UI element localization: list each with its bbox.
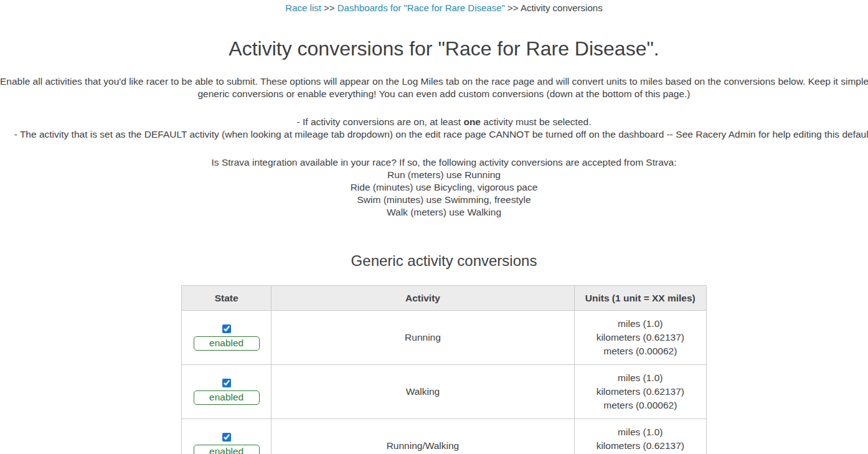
activity-cell: Running: [271, 311, 574, 365]
strava-info: Is Strava integration available in your …: [0, 156, 868, 219]
intro-paragraph: Enable all activities that you'd like ra…: [0, 75, 868, 100]
table-header-row: State Activity Units (1 unit = XX miles): [182, 286, 707, 311]
note-1: - If activity conversions are on, at lea…: [0, 116, 868, 128]
unit-line: kilometers (0.62137): [575, 439, 705, 453]
breadcrumb-link-dashboards[interactable]: Dashboards for "Race for Rare Disease": [337, 2, 505, 13]
table-row-walking: enabled Walking miles (1.0) kilometers (…: [182, 365, 707, 419]
unit-line: meters (0.00062): [575, 344, 705, 358]
strava-line: Run (meters) use Running: [0, 169, 868, 181]
unit-line: kilometers (0.62137): [575, 385, 705, 399]
intro-line-2: generic conversions or enable everything…: [0, 88, 868, 100]
running-enabled-checkbox[interactable]: [222, 324, 231, 333]
walking-enabled-button[interactable]: enabled: [194, 390, 260, 405]
running-walking-enabled-button[interactable]: enabled: [194, 445, 260, 454]
walking-enabled-checkbox[interactable]: [222, 379, 231, 387]
section-heading-generic-conversions: Generic activity conversions: [0, 252, 868, 270]
state-cell: enabled: [182, 311, 271, 365]
units-cell: miles (1.0) kilometers (0.62137) meters …: [574, 365, 706, 419]
page-title: Activity conversions for "Race for Rare …: [0, 37, 868, 60]
note-1-bold: one: [463, 116, 481, 127]
activity-cell: Walking: [271, 365, 574, 419]
units-cell: miles (1.0) kilometers (0.62137) meters …: [574, 311, 706, 365]
strava-line: Swim (minutes) use Swimming, freestyle: [0, 194, 868, 206]
strava-line: Is Strava integration available in your …: [0, 156, 868, 169]
unit-line: kilometers (0.62137): [575, 331, 705, 344]
note-2: - The activity that is set as the DEFAUL…: [0, 128, 868, 141]
activity-cell: Running/Walking: [271, 419, 574, 454]
breadcrumb-separator: >>: [324, 2, 335, 13]
unit-line: miles (1.0): [575, 371, 705, 385]
unit-line: miles (1.0): [575, 317, 705, 331]
notes: - If activity conversions are on, at lea…: [0, 116, 868, 141]
unit-line: miles (1.0): [575, 425, 705, 439]
unit-line: meters (0.00062): [575, 399, 705, 412]
table-row-running: enabled Running miles (1.0) kilometers (…: [182, 311, 707, 365]
breadcrumb-link-race-list[interactable]: Race list: [285, 2, 321, 13]
column-header-state: State: [182, 286, 271, 311]
units-cell: miles (1.0) kilometers (0.62137) meters …: [574, 419, 706, 454]
column-header-activity: Activity: [271, 286, 574, 311]
table-row-running-walking: enabled Running/Walking miles (1.0) kilo…: [182, 419, 707, 454]
state-cell: enabled: [182, 365, 271, 419]
breadcrumb-separator: >>: [507, 2, 519, 13]
state-cell: enabled: [182, 419, 271, 454]
breadcrumb-current: Activity conversions: [521, 2, 603, 13]
intro-line-1: Enable all activities that you'd like ra…: [0, 75, 868, 88]
breadcrumb: Race list >> Dashboards for "Race for Ra…: [0, 0, 868, 14]
running-walking-enabled-checkbox[interactable]: [222, 433, 231, 442]
strava-line: Ride (minutes) use Bicycling, vigorous p…: [0, 181, 868, 194]
column-header-units: Units (1 unit = XX miles): [574, 286, 706, 311]
strava-line: Walk (meters) use Walking: [0, 206, 868, 219]
conversions-table: State Activity Units (1 unit = XX miles)…: [181, 285, 707, 454]
running-enabled-button[interactable]: enabled: [194, 336, 260, 351]
page-container: Race list >> Dashboards for "Race for Ra…: [0, 0, 868, 454]
